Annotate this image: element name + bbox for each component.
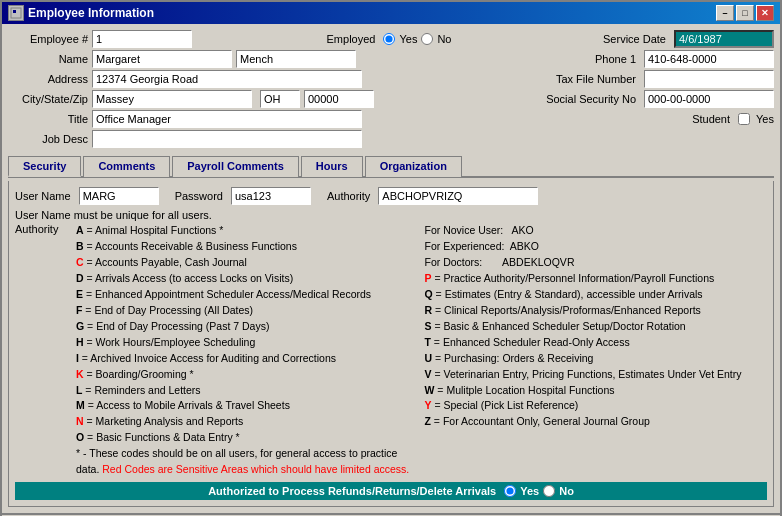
tab-payroll-comments[interactable]: Payroll Comments xyxy=(172,156,299,177)
first-name-input[interactable] xyxy=(92,50,232,68)
code-v: V = Veterinarian Entry, Pricing Function… xyxy=(425,367,768,383)
tab-organization[interactable]: Organization xyxy=(365,156,462,177)
city-input[interactable] xyxy=(92,90,252,108)
key-o: O xyxy=(76,431,84,443)
code-note: * - These codes should be on all users, … xyxy=(76,446,419,478)
tax-file-label: Tax File Number xyxy=(526,73,636,85)
close-button[interactable]: ✕ xyxy=(756,5,774,21)
key-w: W xyxy=(425,384,435,396)
employed-yes-label: Yes xyxy=(399,33,417,45)
svg-rect-1 xyxy=(13,10,16,13)
auth-no-radio[interactable] xyxy=(543,485,555,497)
employed-no-radio[interactable] xyxy=(421,33,433,45)
tab-security[interactable]: Security xyxy=(8,156,81,177)
employed-yes-radio[interactable] xyxy=(383,33,395,45)
key-a: A xyxy=(76,224,84,236)
maximize-button[interactable]: □ xyxy=(736,5,754,21)
code-n: N = Marketing Analysis and Reports xyxy=(76,414,419,430)
student-label: Student xyxy=(670,113,730,125)
code-y: Y = Special (Pick List Reference) xyxy=(425,398,768,414)
title-bar-left: Employee Information xyxy=(8,5,154,21)
code-m: M = Access to Mobile Arrivals & Travel S… xyxy=(76,398,419,414)
key-s: S xyxy=(425,320,432,332)
app-icon xyxy=(8,5,24,21)
row-address: Address Tax File Number xyxy=(8,70,774,88)
minimize-button[interactable]: – xyxy=(716,5,734,21)
main-content: Employee # Employed Yes No Service Date … xyxy=(2,24,780,513)
state-input[interactable] xyxy=(260,90,300,108)
window-title: Employee Information xyxy=(28,6,154,20)
job-desc-input[interactable] xyxy=(92,130,362,148)
key-d: D xyxy=(76,272,84,284)
social-security-label: Social Security No xyxy=(526,93,636,105)
key-b: B xyxy=(76,240,84,252)
code-z: Z = For Accountant Only, General Journal… xyxy=(425,414,768,430)
address-input[interactable] xyxy=(92,70,362,88)
novice-row: For Novice User: AKO xyxy=(425,223,768,239)
code-c: C = Accounts Payable, Cash Journal xyxy=(76,255,419,271)
codes-left: A = Animal Hospital Functions * B = Acco… xyxy=(76,223,419,478)
employed-label: Employed xyxy=(327,33,376,45)
tabs-row: Security Comments Payroll Comments Hours… xyxy=(8,155,774,178)
auth-yes-radio[interactable] xyxy=(504,485,516,497)
key-y: Y xyxy=(425,399,432,411)
user-name-input[interactable] xyxy=(79,187,159,205)
row-title: Title Student Yes xyxy=(8,110,774,128)
key-r: R xyxy=(425,304,433,316)
sensitive-note: Red Codes are Sensitive Areas which shou… xyxy=(102,463,409,475)
zip-input[interactable] xyxy=(304,90,374,108)
title-bar-buttons: – □ ✕ xyxy=(716,5,774,21)
tab-hours[interactable]: Hours xyxy=(301,156,363,177)
social-security-input[interactable] xyxy=(644,90,774,108)
city-label: City/State/Zip xyxy=(8,93,88,105)
key-k: K xyxy=(76,368,84,380)
authority-input[interactable] xyxy=(378,187,538,205)
key-e: E xyxy=(76,288,83,300)
row-job-desc: Job Desc xyxy=(8,130,774,148)
code-o: O = Basic Functions & Data Entry * xyxy=(76,430,419,446)
key-n: N xyxy=(76,415,84,427)
key-l: L xyxy=(76,384,82,396)
name-label: Name xyxy=(8,53,88,65)
key-f: F xyxy=(76,304,82,316)
student-checkbox[interactable] xyxy=(738,113,750,125)
code-e: E = Enhanced Appointment Scheduler Acces… xyxy=(76,287,419,303)
student-yes-label: Yes xyxy=(756,113,774,125)
employed-radio-group: Yes No xyxy=(383,33,451,45)
code-p: P = Practice Authority/Personnel Informa… xyxy=(425,271,768,287)
doctors-row: For Doctors: ABDEKLOQVR xyxy=(425,255,768,271)
key-p: P xyxy=(425,272,432,284)
phone1-input[interactable] xyxy=(644,50,774,68)
title-label: Title xyxy=(8,113,88,125)
key-h: H xyxy=(76,336,84,348)
codes-right: For Novice User: AKO For Experienced: AB… xyxy=(425,223,768,478)
employee-label: Employee # xyxy=(8,33,88,45)
title-input[interactable] xyxy=(92,110,362,128)
auth-yes-label: Yes xyxy=(520,485,539,497)
code-k: K = Boarding/Grooming * xyxy=(76,367,419,383)
authorized-bar: Authorized to Process Refunds/Returns/De… xyxy=(15,482,767,500)
key-g: G xyxy=(76,320,84,332)
last-name-input[interactable] xyxy=(236,50,356,68)
code-f: F = End of Day Processing (All Dates) xyxy=(76,303,419,319)
row-name: Name Phone 1 xyxy=(8,50,774,68)
employed-no-label: No xyxy=(437,33,451,45)
code-w: W = Mulitple Location Hospital Functions xyxy=(425,383,768,399)
employee-input[interactable] xyxy=(92,30,192,48)
code-b: B = Accounts Receivable & Business Funct… xyxy=(76,239,419,255)
tax-file-input[interactable] xyxy=(644,70,774,88)
auth-radio-group: Yes No xyxy=(504,485,574,497)
code-u: U = Purchasing: Orders & Receiving xyxy=(425,351,768,367)
code-s: S = Basic & Enhanced Scheduler Setup/Doc… xyxy=(425,319,768,335)
authority-field-label: Authority xyxy=(327,190,370,202)
address-label: Address xyxy=(8,73,88,85)
security-tab-content: User Name Password Authority User Name m… xyxy=(8,181,774,507)
password-input[interactable] xyxy=(231,187,311,205)
unique-note: User Name must be unique for all users. xyxy=(15,209,767,221)
code-h: H = Work Hours/Employee Scheduling xyxy=(76,335,419,351)
row-city: City/State/Zip Social Security No xyxy=(8,90,774,108)
authority-section-label: Authority xyxy=(15,223,58,235)
authorized-label: Authorized to Process Refunds/Returns/De… xyxy=(208,485,496,497)
user-info-row: User Name Password Authority xyxy=(15,187,767,205)
tab-comments[interactable]: Comments xyxy=(83,156,170,177)
